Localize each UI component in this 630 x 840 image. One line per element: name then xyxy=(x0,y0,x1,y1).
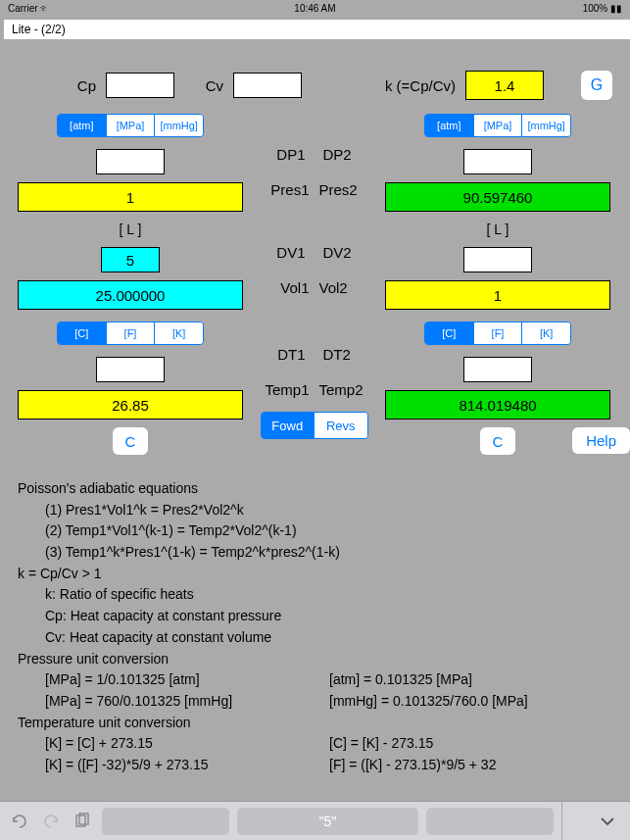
dp2-input[interactable] xyxy=(463,149,532,174)
eq-1: (1) Pres1*Vol1^k = Pres2*Vol2^k xyxy=(18,500,612,521)
temp1-label: Temp1 xyxy=(265,381,309,398)
column-left: [atm] [MPa] [mmHg] 1 [ L ] 5 25.000000 [… xyxy=(18,110,243,455)
vol1-input[interactable]: 25.000000 xyxy=(18,280,243,310)
c-button-2[interactable]: C xyxy=(480,427,515,455)
pres1-label: Pres1 xyxy=(270,181,309,198)
dt2-label: DT2 xyxy=(323,346,351,363)
seg-f-1[interactable]: [F] xyxy=(107,322,156,344)
status-bar: Carrier ᯤ 10:46 AM 100% ▮▮ xyxy=(0,0,630,16)
bottom-toolbar: "5" xyxy=(0,801,630,840)
seg-c-2[interactable]: [C] xyxy=(425,322,474,344)
chevron-down-icon[interactable] xyxy=(599,813,622,830)
dv1-input[interactable]: 5 xyxy=(101,247,160,272)
bottom-field-right[interactable] xyxy=(426,808,554,835)
help-button[interactable]: Help xyxy=(572,427,630,454)
dt1-label: DT1 xyxy=(277,346,305,363)
cp-input[interactable] xyxy=(106,73,174,98)
eq-heading-pressure: Pressure unit conversion xyxy=(18,649,612,670)
seg-k-2[interactable]: [K] xyxy=(522,322,570,344)
seg-mmhg-2[interactable]: [mmHg] xyxy=(522,115,570,136)
cv-input[interactable] xyxy=(233,73,302,98)
seg-atm-1[interactable]: [atm] xyxy=(58,115,107,136)
k-input[interactable]: 1.4 xyxy=(465,71,544,100)
dv2-label: DV2 xyxy=(323,244,352,261)
temp-unit-seg-1: [C] [F] [K] xyxy=(57,321,204,345)
eq-t1b: [C] = [K] - 273.15 xyxy=(329,733,433,755)
cp-label: Cp xyxy=(18,77,96,94)
dp1-label: DP1 xyxy=(276,146,305,163)
eq-t2b: [F] = ([K] - 273.15)*9/5 + 32 xyxy=(329,755,496,776)
seg-k-1[interactable]: [K] xyxy=(155,322,203,344)
vol2-label: Vol2 xyxy=(319,279,348,296)
status-time: 10:46 AM xyxy=(294,3,335,14)
c-button-1[interactable]: C xyxy=(113,427,148,455)
redo-icon[interactable] xyxy=(39,810,63,833)
seg-mpa-1[interactable]: [MPa] xyxy=(107,115,156,136)
k-label: k (=Cp/Cv) xyxy=(385,77,456,94)
eq-t2a: [K] = ([F] -32)*5/9 + 273.15 xyxy=(45,755,329,776)
vol1-label: Vol1 xyxy=(280,279,309,296)
litre-label-1: [ L ] xyxy=(120,220,142,239)
eq-heading-poisson: Poisson's adiabatic equations xyxy=(18,478,612,500)
pres1-input[interactable]: 1 xyxy=(18,182,243,212)
g-button[interactable]: G xyxy=(581,71,612,100)
dt2-input[interactable] xyxy=(463,357,532,382)
undo-icon[interactable] xyxy=(8,810,31,833)
pressure-unit-seg-2: [atm] [MPa] [mmHg] xyxy=(424,114,571,137)
temp1-input[interactable]: 26.85 xyxy=(18,390,243,420)
seg-f-2[interactable]: [F] xyxy=(474,322,523,344)
seg-mpa-2[interactable]: [MPa] xyxy=(474,115,523,136)
eq-p2b: [mmHg] = 0.101325/760.0 [MPa] xyxy=(329,691,528,713)
eq-k3: Cv: Heat capacity at constant volume xyxy=(18,627,612,649)
page-title: Lite - (2/2) xyxy=(4,20,630,39)
eq-heading-temp: Temperature unit conversion xyxy=(18,713,612,734)
dv1-label: DV1 xyxy=(276,244,305,261)
pres2-input[interactable]: 90.597460 xyxy=(385,182,610,212)
eq-p2a: [MPa] = 760/0.101325 [mmHg] xyxy=(45,691,329,713)
temp2-label: Temp2 xyxy=(319,381,363,398)
temp-unit-seg-2: [C] [F] [K] xyxy=(424,321,571,345)
temp2-input[interactable]: 814.019480 xyxy=(385,390,610,420)
vol2-input[interactable]: 1 xyxy=(385,280,610,310)
eq-p1a: [MPa] = 1/0.101325 [atm] xyxy=(45,669,329,691)
eq-heading-k: k = Cp/Cv > 1 xyxy=(18,564,612,585)
pressure-unit-seg-1: [atm] [MPa] [mmHg] xyxy=(57,114,204,137)
eq-k2: Cp: Heat capacity at constant pressure xyxy=(18,606,612,627)
column-mid: DP1DP2 Pres1Pres2 DV1DV2 Vol1Vol2 DT1DT2… xyxy=(243,110,385,455)
direction-seg: Fowd Revs xyxy=(261,412,368,439)
dv2-input[interactable] xyxy=(463,247,532,272)
dp2-label: DP2 xyxy=(323,146,352,163)
eq-3: (3) Temp1^k*Pres1^(1-k) = Temp2^k*pres2^… xyxy=(18,542,612,564)
cv-label: Cv xyxy=(184,77,223,94)
dt1-input[interactable] xyxy=(96,357,165,382)
litre-label-2: [ L ] xyxy=(487,220,509,239)
column-right: [atm] [MPa] [mmHg] 90.597460 [ L ] 1 [C]… xyxy=(385,110,610,455)
bottom-field-center[interactable]: "5" xyxy=(237,808,418,835)
eq-2: (2) Temp1*Vol1^(k-1) = Temp2*Vol2^(k-1) xyxy=(18,520,612,542)
fowd-button[interactable]: Fowd xyxy=(262,413,315,438)
seg-atm-2[interactable]: [atm] xyxy=(425,115,474,136)
revs-button[interactable]: Revs xyxy=(315,413,367,438)
battery-label: 100% ▮▮ xyxy=(583,3,622,14)
eq-k1: k: Ratio of specific heats xyxy=(18,584,612,606)
eq-p1b: [atm] = 0.101325 [MPa] xyxy=(329,669,472,691)
carrier-label: Carrier ᯤ xyxy=(8,3,50,14)
seg-c-1[interactable]: [C] xyxy=(58,322,107,344)
equations-text: Poisson's adiabatic equations (1) Pres1*… xyxy=(18,478,612,776)
bottom-field-left[interactable] xyxy=(102,808,229,835)
eq-t1a: [K] = [C] + 273.15 xyxy=(45,733,329,755)
copy-icon[interactable] xyxy=(71,810,94,833)
pres2-label: Pres2 xyxy=(319,181,358,198)
dp1-input[interactable] xyxy=(96,149,165,174)
seg-mmhg-1[interactable]: [mmHg] xyxy=(155,115,203,136)
